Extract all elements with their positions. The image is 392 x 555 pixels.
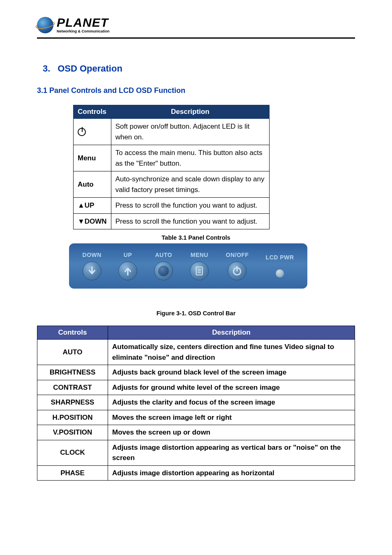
table2-cell: Automatically size, centers direction an… [108, 340, 355, 365]
table1-header-controls: Controls [74, 105, 111, 119]
table2-cell: CLOCK [37, 440, 108, 465]
table2-cell: Adjusts the clarity and focus of the scr… [108, 395, 355, 410]
figure-caption: Figure 3-1. OSD Control Bar [37, 310, 355, 317]
table1-cell: To access the main menu. This button als… [111, 145, 269, 171]
section-number: 3. [43, 63, 50, 74]
header-divider [37, 37, 355, 39]
control-bar-item-menu: MENU [190, 252, 209, 280]
control-bar-label: ON/OFF [226, 252, 249, 258]
table1-cell: Auto-synchronize and scale down display … [111, 171, 269, 198]
table2-cell: H.POSITION [37, 410, 108, 425]
panel-controls-table: Controls Description Soft power on/off b… [73, 105, 270, 229]
table1-cell: ▼DOWN [74, 213, 111, 229]
table1-cell: Press to scroll the function you want to… [111, 213, 269, 229]
table-row: CLOCK Adjusts image distortion appearing… [37, 440, 355, 465]
table2-header-description: Description [108, 326, 355, 340]
led-indicator-icon [275, 269, 284, 278]
table-row: V.POSITION Moves the screen up or down [37, 425, 355, 440]
table2-cell: Moves the screen up or down [108, 425, 355, 440]
subsection-title: 3.1 Panel Controls and LCD OSD Function [37, 86, 355, 95]
table1-header-description: Description [111, 105, 269, 119]
up-arrow-icon [118, 261, 137, 280]
table1-caption: Table 3.1 Panel Controls [37, 234, 355, 241]
table-row: BRIGHTNESS Adjusts back ground black lev… [37, 365, 355, 380]
table1-cell: ▲UP [74, 198, 111, 214]
brand-logo: PLANET Networking & Communication [37, 16, 355, 33]
table2-cell: BRIGHTNESS [37, 365, 108, 380]
table-row: CONTRAST Adjusts for ground white level … [37, 380, 355, 395]
table2-cell: Adjusts image distortion appearing as ho… [108, 465, 355, 481]
menu-list-icon [190, 261, 209, 280]
down-arrow-icon [83, 261, 101, 280]
osd-menu-table: Controls Description AUTO Automatically … [37, 326, 355, 481]
solid-circle-icon [154, 261, 173, 280]
control-bar-label: UP [124, 252, 132, 258]
table2-header-controls: Controls [37, 326, 108, 340]
logo-tagline: Networking & Communication [57, 30, 110, 33]
control-bar-item-lcdpwr: LCD PWR [266, 254, 294, 278]
section-title: OSD Operation [58, 63, 122, 74]
globe-icon [37, 17, 53, 33]
table1-cell: Soft power on/off button. Adjacent LED i… [111, 119, 269, 145]
table1-cell: Menu [74, 145, 111, 171]
table2-cell: Moves the screen image left or right [108, 410, 355, 425]
table2-cell: Adjusts image distortion appearing as ve… [108, 440, 355, 465]
control-bar-label: MENU [191, 252, 208, 258]
table-row: Soft power on/off button. Adjacent LED i… [74, 119, 270, 145]
control-bar-label: LCD PWR [266, 254, 294, 261]
table2-cell: CONTRAST [37, 380, 108, 395]
table2-cell: Adjusts back ground black level of the s… [108, 365, 355, 380]
power-button-icon [228, 261, 247, 280]
table1-cell: Auto [74, 171, 111, 198]
section-heading: 3. OSD Operation [37, 63, 355, 74]
table2-cell: AUTO [37, 340, 108, 365]
logo-name: PLANET [57, 16, 110, 29]
osd-control-bar: DOWN UP AUTO MENU ON/OFF LCD PWR [69, 243, 307, 289]
table2-cell: V.POSITION [37, 425, 108, 440]
control-bar-item-auto: AUTO [154, 252, 173, 280]
table-row: Menu To access the main menu. This butto… [74, 145, 270, 171]
table-row: Auto Auto-synchronize and scale down dis… [74, 171, 270, 198]
table-row: AUTO Automatically size, centers directi… [37, 340, 355, 365]
table-row: H.POSITION Moves the screen image left o… [37, 410, 355, 425]
table2-cell: Adjusts for ground white level of the sc… [108, 380, 355, 395]
table-row: SHARPNESS Adjusts the clarity and focus … [37, 395, 355, 410]
control-bar-item-onoff: ON/OFF [226, 252, 249, 280]
control-bar-item-up: UP [118, 252, 137, 280]
table1-cell: Press to scroll the function you want to… [111, 198, 269, 214]
table2-cell: SHARPNESS [37, 395, 108, 410]
control-bar-label: AUTO [155, 252, 172, 258]
table-row: ▲UP Press to scroll the function you wan… [74, 198, 270, 214]
table-row: ▼DOWN Press to scroll the function you w… [74, 213, 270, 229]
control-bar-item-down: DOWN [83, 252, 101, 280]
table2-cell: PHASE [37, 465, 108, 481]
control-bar-label: DOWN [83, 252, 101, 258]
power-icon [78, 128, 86, 136]
table-row: PHASE Adjusts image distortion appearing… [37, 465, 355, 481]
